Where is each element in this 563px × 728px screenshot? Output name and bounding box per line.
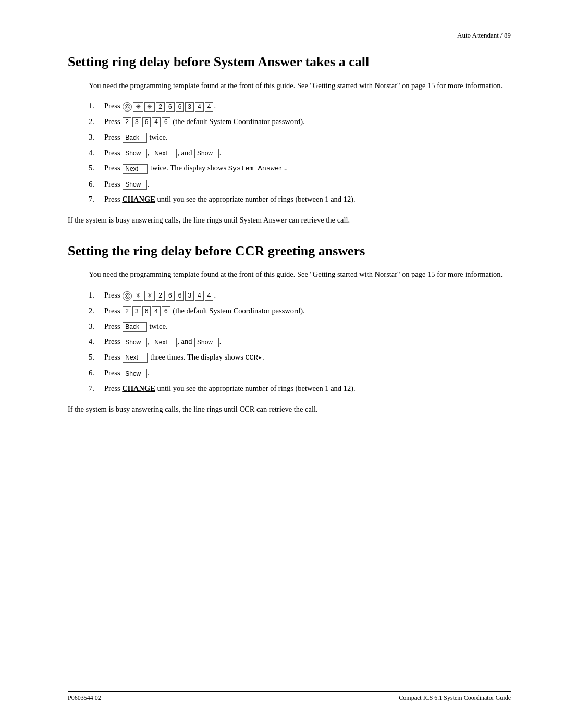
show-key-a: Show: [123, 149, 147, 158]
key-6e: 6: [166, 291, 175, 301]
step-content: Press 23646 (the default System Coordina…: [104, 116, 511, 128]
key-2c: 2: [156, 291, 165, 301]
step-content: Press Show , Next , and Show .: [104, 336, 511, 348]
step-2-6: 6. Press Show .: [89, 367, 511, 379]
key-3: 3: [185, 102, 194, 112]
star-key: ✳: [133, 102, 143, 112]
page: Auto Attendant / 89 Setting ring delay b…: [0, 0, 563, 728]
step-1-7: 7. Press CHANGE until you see the approp…: [89, 194, 511, 205]
step-num: 6.: [89, 179, 104, 190]
step-2-5: 5. Press Next three times. The display s…: [89, 352, 511, 363]
section-2-note: If the system is busy answering calls, t…: [68, 404, 511, 415]
key-6c: 6: [142, 117, 151, 127]
next-key-d: Next: [123, 353, 148, 363]
step-content: Press CHANGE until you see the appropria…: [104, 383, 511, 394]
change-key-b: CHANGE: [122, 384, 155, 392]
feature-key2: ⓒ: [123, 291, 132, 301]
show-key-e: Show: [194, 338, 219, 348]
step-1-3: 3. Press Back twice.: [89, 132, 511, 143]
step-content: Press Show .: [104, 367, 511, 379]
footer-left: P0603544 02: [68, 694, 101, 702]
step-num: 3.: [89, 132, 104, 143]
section-1: Setting ring delay before System Answer …: [68, 54, 511, 226]
step-num: 4.: [89, 336, 104, 348]
section-2-title: Setting the ring delay before CCR greeti…: [68, 243, 511, 260]
step-content: Press 23646 (the default System Coordina…: [104, 305, 511, 317]
section-1-note: If the system is busy answering calls, t…: [68, 215, 511, 226]
page-footer: P0603544 02 Compact ICS 6.1 System Coord…: [68, 691, 511, 702]
step-content: Press Next twice. The display shows Syst…: [104, 163, 511, 174]
star-key2: ✳: [144, 102, 155, 112]
key-3b: 3: [132, 117, 141, 127]
step-2-2: 2. Press 23646 (the default System Coord…: [89, 305, 511, 317]
step-content: Press ⓒ✳✳266344.: [104, 101, 511, 112]
step-num: 1.: [89, 101, 104, 112]
key-6b: 6: [176, 102, 185, 112]
key-2b: 2: [123, 117, 131, 127]
page-header: Auto Attendant / 89: [68, 31, 511, 42]
key-6f: 6: [176, 291, 185, 301]
back-key: Back: [123, 133, 147, 143]
key-6g: 6: [142, 306, 151, 316]
back-key2: Back: [123, 322, 147, 332]
show-key-f: Show: [123, 369, 147, 379]
display-text-a: System Answer…: [228, 165, 287, 172]
step-num: 2.: [89, 305, 104, 317]
key-4c: 4: [152, 117, 161, 127]
section-1-steps: 1. Press ⓒ✳✳266344. 2. Press 23646 (the …: [89, 101, 511, 205]
step-content: Press Back twice.: [104, 132, 511, 143]
step-num: 3.: [89, 321, 104, 332]
step-content: Press Show , Next , and Show .: [104, 147, 511, 159]
section-2-intro: You need the programming template found …: [89, 269, 511, 280]
step-1-2: 2. Press 23646 (the default System Coord…: [89, 116, 511, 128]
step-num: 7.: [89, 194, 104, 205]
display-text-b: CCR▸: [245, 354, 262, 362]
step-content: Press Back twice.: [104, 321, 511, 332]
section-1-title: Setting ring delay before System Answer …: [68, 54, 511, 71]
key-3d: 3: [132, 306, 141, 316]
step-num: 5.: [89, 163, 104, 174]
step-2-4: 4. Press Show , Next , and Show .: [89, 336, 511, 348]
step-num: 7.: [89, 383, 104, 394]
step-1-4: 4. Press Show , Next , and Show .: [89, 147, 511, 159]
feature-key: ⓒ: [123, 102, 132, 112]
key-4d: 4: [195, 291, 204, 301]
section-1-intro: You need the programming template found …: [89, 80, 511, 92]
key-4f: 4: [152, 306, 161, 316]
show-key-c: Show: [123, 180, 147, 190]
step-content: Press CHANGE until you see the appropria…: [104, 194, 511, 205]
show-key-d: Show: [123, 338, 147, 348]
show-key-b: Show: [194, 149, 219, 158]
key-2: 2: [156, 102, 165, 112]
step-num: 2.: [89, 116, 104, 128]
key-6h: 6: [162, 306, 170, 316]
key-4b: 4: [205, 102, 214, 112]
header-text: Auto Attendant / 89: [457, 31, 511, 39]
next-key-c: Next: [152, 338, 177, 348]
key-4a: 4: [195, 102, 204, 112]
step-1-6: 6. Press Show .: [89, 179, 511, 190]
key-6a: 6: [166, 102, 175, 112]
key-3c: 3: [185, 291, 194, 301]
key-6d: 6: [162, 117, 170, 127]
section-2: Setting the ring delay before CCR greeti…: [68, 243, 511, 415]
step-num: 4.: [89, 147, 104, 159]
step-2-3: 3. Press Back twice.: [89, 321, 511, 332]
step-2-1: 1. Press ⓒ✳✳266344.: [89, 290, 511, 301]
key-2d: 2: [123, 306, 131, 316]
star-key3: ✳: [133, 291, 143, 301]
star-key4: ✳: [144, 291, 155, 301]
step-1-5: 5. Press Next twice. The display shows S…: [89, 163, 511, 174]
section-2-steps: 1. Press ⓒ✳✳266344. 2. Press 23646 (the …: [89, 290, 511, 394]
next-key-a: Next: [152, 149, 177, 158]
step-content: Press Show .: [104, 179, 511, 190]
step-num: 1.: [89, 290, 104, 301]
key-4e: 4: [205, 291, 214, 301]
step-num: 5.: [89, 352, 104, 363]
step-content: Press ⓒ✳✳266344.: [104, 290, 511, 301]
change-key-a: CHANGE: [122, 195, 155, 203]
step-1-1: 1. Press ⓒ✳✳266344.: [89, 101, 511, 112]
step-2-7: 7. Press CHANGE until you see the approp…: [89, 383, 511, 394]
step-content: Press Next three times. The display show…: [104, 352, 511, 363]
next-key-b: Next: [123, 164, 148, 174]
